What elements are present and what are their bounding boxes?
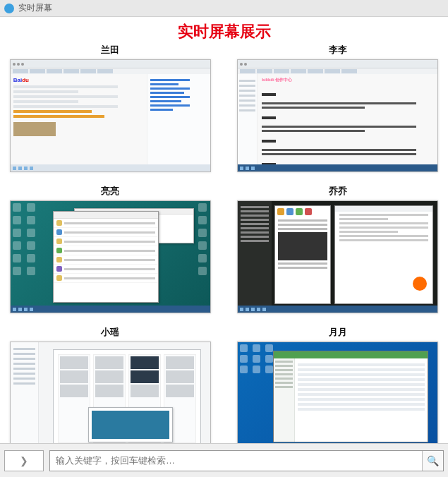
- screen-thumbnail[interactable]: [237, 200, 438, 313]
- screen-tile[interactable]: 小瑶: [7, 326, 214, 454]
- screen-thumbnail[interactable]: bilibili 创作中心: [237, 59, 438, 172]
- screen-thumbnail[interactable]: [10, 200, 211, 313]
- search-button[interactable]: 🔍: [422, 451, 443, 471]
- screen-tile[interactable]: 乔乔: [235, 185, 442, 313]
- screen-thumbnail[interactable]: Baidu: [10, 59, 211, 172]
- screen-tile[interactable]: 亮亮: [7, 185, 214, 313]
- screen-label: 亮亮: [101, 185, 119, 198]
- screen-label: 小瑶: [101, 326, 119, 339]
- window-header: 实时屏幕: [0, 0, 448, 17]
- search-wrap: 🔍: [49, 450, 444, 471]
- screen-thumbnail[interactable]: [237, 342, 438, 454]
- screen-label: 兰田: [101, 44, 119, 56]
- screen-tile[interactable]: 月月: [235, 326, 442, 454]
- search-icon: 🔍: [427, 455, 439, 466]
- image-thumb: [13, 122, 56, 136]
- page-title: 实时屏幕展示: [0, 17, 448, 44]
- screen-thumbnail[interactable]: [10, 342, 211, 454]
- screens-grid: 兰田 Baidu: [0, 44, 448, 460]
- screen-label: 乔乔: [329, 185, 347, 198]
- screen-tile[interactable]: 兰田 Baidu: [7, 44, 214, 172]
- screen-label: 月月: [329, 326, 347, 339]
- notify-badge: [413, 277, 427, 291]
- bilibili-logo: bilibili 创作中心: [262, 77, 433, 83]
- screen-tile[interactable]: 李李 bilibili 创作中心: [235, 44, 442, 172]
- screen-label: 李李: [329, 44, 347, 56]
- baidu-logo: Baidu: [13, 77, 144, 83]
- window-title: 实时屏幕: [18, 2, 52, 14]
- app-icon: [4, 4, 14, 13]
- search-input[interactable]: [50, 451, 422, 471]
- bottom-toolbar: ❯ 🔍: [0, 443, 448, 477]
- expand-button[interactable]: ❯: [4, 450, 44, 471]
